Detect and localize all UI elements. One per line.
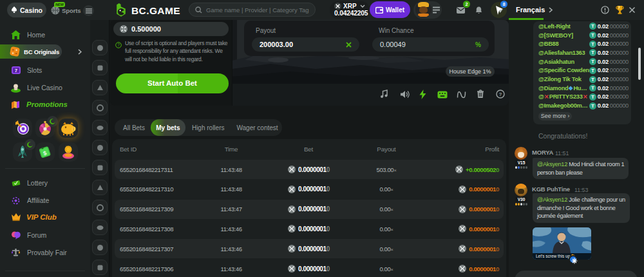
svg-text:?: ? [499,91,502,97]
svg-text:?: ? [117,43,120,47]
svg-text:7: 7 [15,68,17,73]
